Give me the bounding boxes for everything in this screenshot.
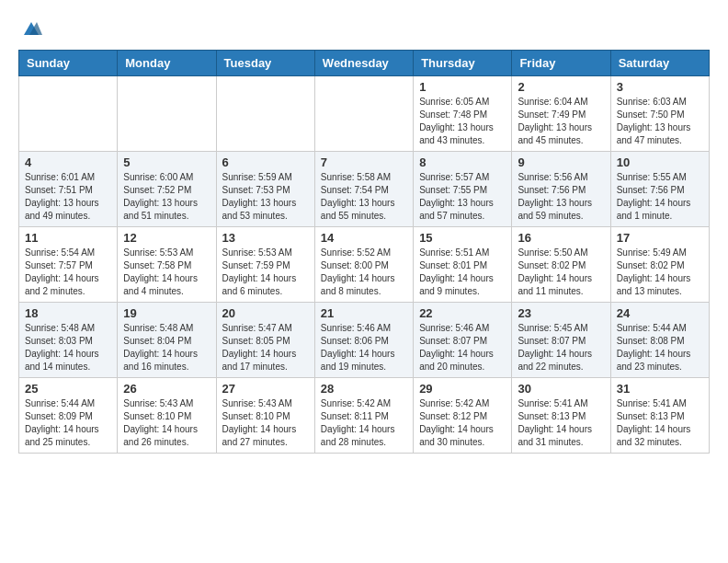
calendar-cell: 9Sunrise: 5:56 AMSunset: 7:56 PMDaylight…	[512, 152, 610, 227]
calendar-cell: 15Sunrise: 5:51 AMSunset: 8:01 PMDayligh…	[414, 227, 512, 303]
day-info: Sunrise: 5:49 AMSunset: 8:02 PMDaylight:…	[617, 247, 703, 298]
calendar-cell: 6Sunrise: 5:59 AMSunset: 7:53 PMDaylight…	[216, 152, 314, 227]
calendar-header-sunday: Sunday	[19, 51, 118, 76]
day-number: 4	[25, 155, 111, 169]
calendar-cell	[216, 76, 314, 152]
day-number: 15	[419, 231, 506, 245]
day-number: 24	[617, 306, 703, 320]
calendar-cell: 28Sunrise: 5:42 AMSunset: 8:11 PMDayligh…	[314, 378, 413, 454]
day-info: Sunrise: 5:53 AMSunset: 7:58 PMDaylight:…	[123, 247, 210, 298]
calendar-header-row: SundayMondayTuesdayWednesdayThursdayFrid…	[19, 51, 710, 76]
day-number: 18	[25, 306, 111, 320]
day-number: 7	[321, 155, 407, 169]
calendar-cell: 22Sunrise: 5:46 AMSunset: 8:07 PMDayligh…	[414, 303, 512, 378]
day-info: Sunrise: 5:50 AMSunset: 8:02 PMDaylight:…	[518, 247, 604, 298]
calendar-cell: 18Sunrise: 5:48 AMSunset: 8:03 PMDayligh…	[19, 303, 118, 378]
calendar-cell: 2Sunrise: 6:04 AMSunset: 7:49 PMDaylight…	[512, 76, 610, 152]
calendar-cell: 19Sunrise: 5:48 AMSunset: 8:04 PMDayligh…	[118, 303, 216, 378]
calendar-cell: 26Sunrise: 5:43 AMSunset: 8:10 PMDayligh…	[118, 378, 216, 454]
page-header	[18, 18, 710, 40]
calendar-cell: 13Sunrise: 5:53 AMSunset: 7:59 PMDayligh…	[216, 227, 314, 303]
calendar-header-wednesday: Wednesday	[314, 51, 413, 76]
day-info: Sunrise: 5:41 AMSunset: 8:13 PMDaylight:…	[518, 397, 604, 449]
day-info: Sunrise: 6:04 AMSunset: 7:49 PMDaylight:…	[518, 96, 604, 147]
calendar-cell: 16Sunrise: 5:50 AMSunset: 8:02 PMDayligh…	[512, 227, 610, 303]
day-number: 21	[321, 306, 407, 320]
calendar-cell: 4Sunrise: 6:01 AMSunset: 7:51 PMDaylight…	[19, 152, 118, 227]
day-info: Sunrise: 5:51 AMSunset: 8:01 PMDaylight:…	[419, 247, 506, 298]
day-info: Sunrise: 5:59 AMSunset: 7:53 PMDaylight:…	[222, 171, 309, 223]
calendar-header-thursday: Thursday	[414, 51, 512, 76]
day-number: 10	[617, 155, 703, 169]
day-number: 13	[222, 231, 309, 245]
calendar-cell	[314, 76, 413, 152]
day-number: 12	[123, 231, 210, 245]
calendar-cell: 7Sunrise: 5:58 AMSunset: 7:54 PMDaylight…	[314, 152, 413, 227]
day-number: 6	[222, 155, 309, 169]
day-info: Sunrise: 5:56 AMSunset: 7:56 PMDaylight:…	[518, 171, 604, 223]
day-info: Sunrise: 5:42 AMSunset: 8:11 PMDaylight:…	[321, 397, 407, 449]
calendar-week-2: 4Sunrise: 6:01 AMSunset: 7:51 PMDaylight…	[19, 152, 710, 227]
day-number: 1	[419, 80, 506, 94]
calendar-table: SundayMondayTuesdayWednesdayThursdayFrid…	[18, 50, 710, 454]
day-number: 11	[25, 231, 111, 245]
day-number: 20	[222, 306, 309, 320]
day-info: Sunrise: 5:42 AMSunset: 8:12 PMDaylight:…	[419, 397, 506, 449]
day-number: 28	[321, 382, 407, 396]
calendar-cell	[118, 76, 216, 152]
calendar-cell: 21Sunrise: 5:46 AMSunset: 8:06 PMDayligh…	[314, 303, 413, 378]
logo-icon	[20, 18, 42, 40]
day-info: Sunrise: 5:48 AMSunset: 8:04 PMDaylight:…	[123, 322, 210, 373]
day-info: Sunrise: 5:53 AMSunset: 7:59 PMDaylight:…	[222, 247, 309, 298]
calendar-cell: 30Sunrise: 5:41 AMSunset: 8:13 PMDayligh…	[512, 378, 610, 454]
calendar-cell: 14Sunrise: 5:52 AMSunset: 8:00 PMDayligh…	[314, 227, 413, 303]
day-info: Sunrise: 6:03 AMSunset: 7:50 PMDaylight:…	[617, 96, 703, 147]
day-info: Sunrise: 5:55 AMSunset: 7:56 PMDaylight:…	[617, 171, 703, 223]
day-info: Sunrise: 5:43 AMSunset: 8:10 PMDaylight:…	[222, 397, 309, 449]
calendar-week-4: 18Sunrise: 5:48 AMSunset: 8:03 PMDayligh…	[19, 303, 710, 378]
day-info: Sunrise: 5:54 AMSunset: 7:57 PMDaylight:…	[25, 247, 111, 298]
day-number: 16	[518, 231, 604, 245]
day-info: Sunrise: 5:41 AMSunset: 8:13 PMDaylight:…	[617, 397, 703, 449]
day-info: Sunrise: 5:46 AMSunset: 8:07 PMDaylight:…	[419, 322, 506, 373]
calendar-week-1: 1Sunrise: 6:05 AMSunset: 7:48 PMDaylight…	[19, 76, 710, 152]
day-number: 2	[518, 80, 604, 94]
day-number: 31	[617, 382, 703, 396]
calendar-cell: 11Sunrise: 5:54 AMSunset: 7:57 PMDayligh…	[19, 227, 118, 303]
calendar-cell: 5Sunrise: 6:00 AMSunset: 7:52 PMDaylight…	[118, 152, 216, 227]
day-number: 14	[321, 231, 407, 245]
day-info: Sunrise: 5:47 AMSunset: 8:05 PMDaylight:…	[222, 322, 309, 373]
calendar-cell: 29Sunrise: 5:42 AMSunset: 8:12 PMDayligh…	[414, 378, 512, 454]
calendar-cell: 8Sunrise: 5:57 AMSunset: 7:55 PMDaylight…	[414, 152, 512, 227]
calendar-cell	[19, 76, 118, 152]
day-number: 9	[518, 155, 604, 169]
day-info: Sunrise: 5:58 AMSunset: 7:54 PMDaylight:…	[321, 171, 407, 223]
calendar-header-monday: Monday	[118, 51, 216, 76]
day-info: Sunrise: 5:44 AMSunset: 8:09 PMDaylight:…	[25, 397, 111, 449]
day-info: Sunrise: 5:52 AMSunset: 8:00 PMDaylight:…	[321, 247, 407, 298]
calendar-header-friday: Friday	[512, 51, 610, 76]
day-number: 19	[123, 306, 210, 320]
calendar-cell: 24Sunrise: 5:44 AMSunset: 8:08 PMDayligh…	[610, 303, 709, 378]
day-info: Sunrise: 6:00 AMSunset: 7:52 PMDaylight:…	[123, 171, 210, 223]
day-number: 23	[518, 306, 604, 320]
day-info: Sunrise: 5:43 AMSunset: 8:10 PMDaylight:…	[123, 397, 210, 449]
day-number: 27	[222, 382, 309, 396]
day-number: 22	[419, 306, 506, 320]
calendar-cell: 12Sunrise: 5:53 AMSunset: 7:58 PMDayligh…	[118, 227, 216, 303]
calendar-cell: 17Sunrise: 5:49 AMSunset: 8:02 PMDayligh…	[610, 227, 709, 303]
day-number: 3	[617, 80, 703, 94]
day-number: 8	[419, 155, 506, 169]
day-number: 26	[123, 382, 210, 396]
day-number: 29	[419, 382, 506, 396]
calendar-cell: 1Sunrise: 6:05 AMSunset: 7:48 PMDaylight…	[414, 76, 512, 152]
calendar-cell: 27Sunrise: 5:43 AMSunset: 8:10 PMDayligh…	[216, 378, 314, 454]
calendar-cell: 31Sunrise: 5:41 AMSunset: 8:13 PMDayligh…	[610, 378, 709, 454]
day-info: Sunrise: 5:44 AMSunset: 8:08 PMDaylight:…	[617, 322, 703, 373]
day-info: Sunrise: 5:57 AMSunset: 7:55 PMDaylight:…	[419, 171, 506, 223]
day-info: Sunrise: 6:05 AMSunset: 7:48 PMDaylight:…	[419, 96, 506, 147]
day-info: Sunrise: 5:45 AMSunset: 8:07 PMDaylight:…	[518, 322, 604, 373]
calendar-week-5: 25Sunrise: 5:44 AMSunset: 8:09 PMDayligh…	[19, 378, 710, 454]
day-number: 17	[617, 231, 703, 245]
day-info: Sunrise: 5:48 AMSunset: 8:03 PMDaylight:…	[25, 322, 111, 373]
